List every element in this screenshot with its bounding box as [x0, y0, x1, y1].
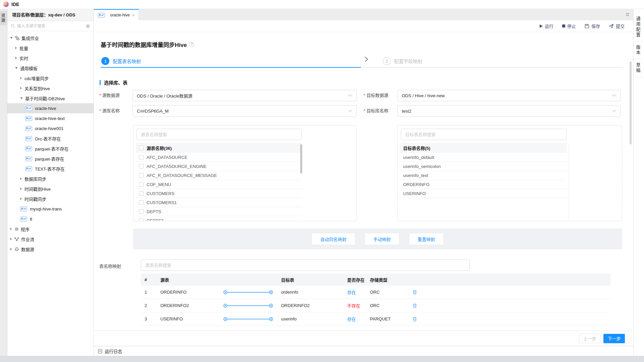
expand-arrow[interactable]	[15, 47, 17, 49]
expand-arrow[interactable]	[15, 57, 17, 59]
delete-icon[interactable]	[413, 317, 417, 321]
delete-icon[interactable]	[413, 303, 417, 308]
submit-button[interactable]: 提交	[609, 23, 625, 29]
sidebar-item-parquet[interactable]: Pparquet-表存在	[7, 154, 94, 164]
expand-arrow[interactable]	[10, 228, 12, 230]
expand-arrow[interactable]	[20, 77, 22, 79]
right-rail-tab-2[interactable]: 版本	[635, 42, 643, 59]
sidebar-item-item-14[interactable]: 数据库同步	[7, 174, 94, 184]
row-checkbox[interactable]	[139, 209, 144, 214]
sidebar-item-item-20[interactable]: 作业流	[7, 234, 94, 244]
expand-arrow[interactable]	[10, 248, 12, 250]
source-datasource-select[interactable]: ODS / Oracle / Oracle数据源	[132, 90, 357, 101]
save-button[interactable]: 保存	[585, 23, 600, 29]
target-table-panel: 目标表名称(5)userinfo_defaultuserinfo_semicol…	[397, 125, 622, 221]
sidebar-search-input[interactable]	[17, 24, 84, 28]
expand-arrow[interactable]	[10, 37, 13, 39]
sidebar-item-item-19[interactable]: 程序	[7, 224, 94, 234]
step-2[interactable]: 2 配置字段映射	[383, 54, 422, 68]
source-table-row[interactable]: COF_MENU	[136, 180, 302, 189]
expand-arrow[interactable]	[20, 177, 22, 180]
sidebar-item-db2hive[interactable]: 基于时间戳-DB2hive	[7, 93, 94, 103]
manual-map-button[interactable]: 手动映射	[365, 233, 399, 245]
row-checkbox[interactable]	[139, 191, 144, 196]
target-table-row[interactable]: userinfo_semicolon	[400, 162, 567, 171]
sidebar-item-parquet[interactable]: Pparquet-表不存在	[7, 143, 94, 154]
target-table-row[interactable]: USERINFO	[400, 189, 567, 198]
sidebar-item-oracle-hive[interactable]: Poracle-hive	[7, 103, 94, 113]
stop-button[interactable]: 停止	[562, 23, 576, 29]
gear-icon	[14, 227, 19, 231]
sidebar-item-hive[interactable]: 时间戳到Hive	[7, 184, 94, 194]
step-1[interactable]: 1 配置表名映射	[101, 54, 141, 68]
sidebar-item-text[interactable]: PTEXT-表不存在	[7, 164, 94, 174]
sidebar-item-hive[interactable]: 关系型到hive	[7, 83, 94, 93]
source-table-row[interactable]: AFC_R_DATASOURCE_MESSAGE	[136, 171, 302, 180]
mapping-search-input[interactable]	[141, 259, 470, 271]
right-rail-tab-3[interactable]: 草稿	[635, 59, 643, 77]
source-table-row[interactable]: AFC_DATASOURCE	[136, 153, 302, 162]
auto-map-button[interactable]: 自动同名映射	[312, 233, 355, 245]
rail-tab-resources[interactable]: 资源	[0, 11, 7, 25]
run-button[interactable]: 运行	[540, 23, 553, 29]
sidebar-item-item-21[interactable]: 数据源	[7, 244, 94, 254]
reset-map-button[interactable]: 重置映射	[409, 233, 444, 245]
job-icon: P	[25, 106, 32, 111]
row-checkbox[interactable]	[139, 164, 144, 169]
row-checkbox[interactable]	[139, 182, 144, 187]
target-table-row[interactable]: userinfo_default	[400, 153, 567, 162]
source-table-row[interactable]: CUSTOMERS	[136, 189, 302, 198]
sidebar-item-label: 实时	[19, 55, 28, 61]
expand-arrow[interactable]	[15, 67, 18, 69]
row-checkbox[interactable]	[139, 155, 144, 160]
run-log-bar[interactable]: 运行日志	[94, 346, 633, 356]
help-icon[interactable]: ?	[189, 42, 194, 47]
close-icon[interactable]: ×	[132, 13, 135, 18]
sidebar-item-tt[interactable]: Ptt	[7, 214, 94, 224]
source-table-row[interactable]: DEPTS	[136, 207, 302, 216]
sidebar-item-oracle-hive001[interactable]: Poracle-hive001	[7, 123, 94, 133]
row-checkbox[interactable]	[139, 218, 144, 221]
next-step-button[interactable]: 下一步	[603, 334, 625, 343]
select-all-checkbox[interactable]	[139, 145, 144, 150]
source-table-row[interactable]: DEPTS2	[136, 216, 302, 221]
source-table-search-input[interactable]	[137, 129, 302, 140]
sidebar-item-label: oracle-hive	[35, 106, 56, 111]
source-db-select[interactable]: C##DSP6GA_M	[132, 105, 357, 117]
sidebar-item-item-2[interactable]: 实时	[7, 53, 94, 63]
expand-arrow[interactable]	[20, 97, 23, 99]
sidebar-item-cdc[interactable]: cdc增量同步	[7, 73, 94, 83]
source-table-name: COF_MENU	[147, 182, 171, 187]
sidebar-item-oracle-hive-text[interactable]: Poracle-hive-text	[7, 113, 94, 123]
target-datasource-select[interactable]: ODS / Hive / hive-new	[397, 90, 621, 101]
expand-arrow[interactable]	[10, 238, 12, 240]
row-checkbox[interactable]	[139, 200, 144, 205]
source-table-row[interactable]: AFC_DATASOURCE_ENGINE	[136, 162, 302, 171]
step-1-label: 配置表名映射	[113, 58, 141, 64]
delete-icon[interactable]	[413, 290, 417, 295]
source-list-scrollbar[interactable]	[300, 144, 302, 174]
chevron-down-icon	[612, 110, 616, 112]
sidebar-item-item-1[interactable]: 批量	[7, 43, 94, 53]
sidebar-item-item-16[interactable]: 时间戳同步	[7, 194, 94, 204]
sidebar-item-mysql-hive-trans[interactable]: Pmysql-hive-trans	[7, 204, 94, 214]
sidebar-item-orc[interactable]: POrc-表不存在	[7, 133, 94, 143]
double-chevron-down-icon[interactable]	[625, 12, 630, 18]
source-table-row[interactable]: CUSTOMERS1	[136, 198, 302, 207]
target-table-row[interactable]: userinfo_text	[400, 171, 567, 180]
expand-arrow[interactable]	[20, 197, 22, 200]
tab-oracle-hive[interactable]: P oracle-hive ×	[94, 9, 139, 20]
sidebar-item-item-3[interactable]: 通用模板	[7, 63, 94, 73]
prev-step-button[interactable]: 上一步	[579, 334, 600, 343]
left-rail: 资源	[0, 9, 7, 356]
target-db-select[interactable]: test2	[397, 105, 621, 117]
content-scrollbar[interactable]	[630, 61, 632, 144]
row-checkbox[interactable]	[139, 173, 144, 178]
sidebar-item-item-0[interactable]: 集成作业	[7, 33, 94, 43]
target-table-row[interactable]: ORDERINFO	[400, 180, 567, 189]
expand-arrow[interactable]	[20, 187, 22, 190]
expand-arrow[interactable]	[20, 87, 22, 89]
right-rail-tab-1[interactable]: 通用配置	[635, 13, 643, 42]
gear-icon[interactable]	[86, 24, 90, 28]
target-table-search-input[interactable]	[401, 129, 567, 140]
